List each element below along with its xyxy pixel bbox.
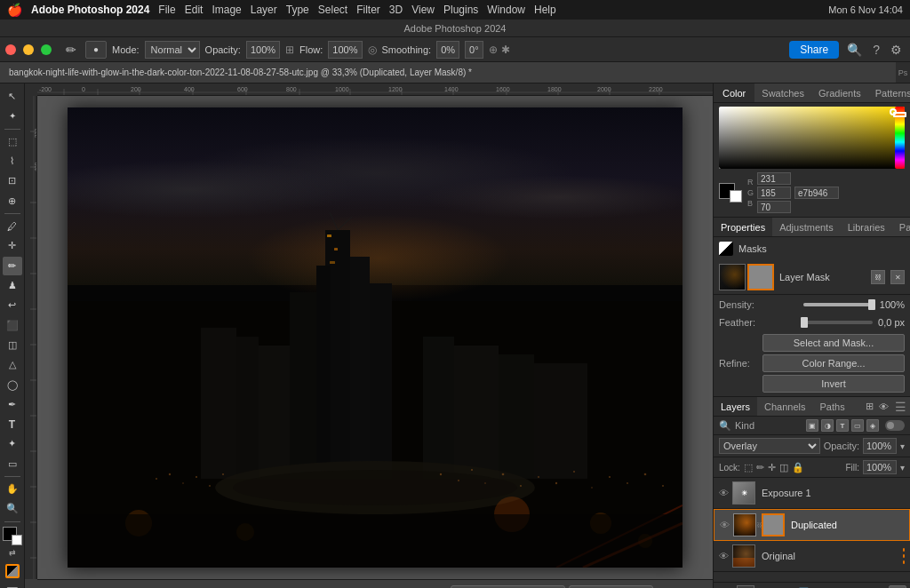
tab-layers[interactable]: Layers — [714, 397, 757, 416]
symmetry-icon[interactable]: ⊕ — [489, 44, 498, 56]
color-r-value[interactable]: 231 — [757, 172, 791, 185]
history-brush-tool[interactable]: ↩ — [3, 296, 22, 314]
color-hex-value[interactable]: e7b946 — [794, 187, 839, 199]
clone-tool[interactable]: ♟ — [3, 276, 22, 295]
filter-shape-icon[interactable]: ▭ — [851, 419, 864, 432]
lock-position-icon[interactable]: ✛ — [768, 462, 776, 473]
object-select-tool[interactable]: ⊡ — [3, 171, 22, 190]
smoothing-value[interactable]: 0% — [436, 41, 459, 59]
marquee-tool[interactable]: ⬚ — [3, 132, 22, 151]
background-swatch[interactable] — [730, 190, 742, 203]
menu-image[interactable]: Image — [212, 4, 241, 16]
brush-tool-icon[interactable]: ✏ — [62, 41, 80, 59]
layer-vis-eye-duplicated[interactable]: 👁 — [718, 520, 730, 530]
pen-tool[interactable]: ✒ — [3, 395, 22, 414]
eraser-tool[interactable]: ⬛ — [3, 315, 22, 334]
filter-pixel-icon[interactable]: ▣ — [806, 419, 818, 432]
help-icon[interactable]: ? — [873, 43, 880, 57]
menu-layer[interactable]: Layer — [251, 4, 277, 16]
lasso-tool[interactable]: ⌇ — [3, 152, 22, 171]
filter-smart-icon[interactable]: ◈ — [866, 419, 879, 432]
mask-mode-icon[interactable] — [719, 242, 733, 256]
tab-swatches[interactable]: Swatches — [754, 83, 811, 102]
tab-channels[interactable]: Channels — [757, 397, 812, 416]
density-slider[interactable] — [803, 303, 874, 306]
crop-tool[interactable]: ⊕ — [3, 192, 22, 211]
color-gradient-picker[interactable] — [719, 107, 905, 169]
opacity-value[interactable]: 100% — [246, 41, 280, 59]
layer-mask-link-icon[interactable]: ⛓ — [871, 270, 885, 284]
opacity-value-field[interactable]: 100% — [863, 438, 897, 454]
background-color[interactable] — [12, 535, 22, 545]
canvas[interactable] — [68, 107, 682, 568]
color-range-button[interactable]: Color Range... — [762, 354, 905, 372]
swap-colors-icon[interactable]: ⇄ — [6, 548, 19, 559]
layer-row-original[interactable]: 👁 Original — [714, 541, 910, 572]
menu-edit[interactable]: Edit — [185, 4, 204, 16]
menu-photoshop[interactable]: Adobe Photoshop 2024 — [31, 4, 149, 16]
brush-preset-icon[interactable]: ● — [85, 41, 107, 59]
layer-vis-eye-exposure[interactable]: 👁 — [717, 488, 730, 498]
airbrush-icon[interactable]: ◎ — [368, 44, 377, 56]
menu-select[interactable]: Select — [318, 4, 347, 16]
zoom-tool[interactable]: 🔍 — [3, 499, 22, 518]
lock-transparent-icon[interactable]: ⬚ — [744, 462, 753, 473]
heal-tool[interactable]: ✛ — [3, 236, 22, 255]
dodge-tool[interactable]: ◯ — [3, 375, 22, 393]
menu-view[interactable]: View — [411, 4, 435, 16]
lock-artboard-icon[interactable]: ◫ — [779, 462, 788, 473]
layer-row-duplicated[interactable]: 👁 ⛓ Duplicated — [714, 509, 910, 541]
menu-file[interactable]: File — [158, 4, 175, 16]
subtract-from-mask-button[interactable]: ✏ Subtract from mask — [451, 585, 565, 589]
color-spectrum-bar[interactable] — [895, 107, 905, 169]
pressure-icon2[interactable]: ✱ — [501, 44, 510, 56]
move-tool[interactable]: ↖ — [3, 87, 22, 106]
lock-all-icon[interactable]: 🔒 — [792, 462, 804, 473]
color-picker-handle[interactable] — [890, 108, 897, 115]
pressure-icon[interactable]: ⊞ — [285, 44, 294, 56]
artboard-tool[interactable]: ✦ — [3, 107, 22, 125]
canvas-area[interactable] — [37, 96, 713, 579]
fill-value-field[interactable]: 100% — [863, 460, 897, 474]
tab-gradients[interactable]: Gradients — [811, 83, 868, 102]
brush-tool[interactable]: ✏ — [3, 257, 22, 275]
hand-tool[interactable]: ✋ — [3, 480, 22, 498]
lock-pixels-icon[interactable]: ✏ — [756, 462, 764, 473]
tab-paths[interactable]: Paths — [813, 397, 852, 416]
feather-slider-handle[interactable] — [801, 317, 808, 328]
tab-adjustments[interactable]: Adjustments — [772, 218, 841, 236]
fill-dropdown-icon[interactable]: ▾ — [900, 463, 905, 473]
path-select-tool[interactable]: ✦ — [3, 434, 22, 453]
window-minimize[interactable] — [23, 44, 34, 55]
color-b-value[interactable]: 70 — [757, 201, 791, 213]
feather-slider[interactable] — [802, 321, 873, 324]
filter-adjust-icon[interactable]: ◑ — [821, 419, 834, 432]
menu-help[interactable]: Help — [534, 4, 556, 16]
tab-properties[interactable]: Properties — [714, 218, 772, 236]
menu-3d[interactable]: 3D — [389, 4, 403, 16]
gradient-tool[interactable]: ◫ — [3, 336, 22, 354]
density-slider-handle[interactable] — [868, 299, 875, 310]
tab-libraries[interactable]: Libraries — [841, 218, 892, 236]
menu-window[interactable]: Window — [487, 4, 525, 16]
quick-mask-icon[interactable] — [3, 561, 22, 580]
shape-tool[interactable]: ▭ — [3, 455, 22, 473]
tab-paragraph[interactable]: Paragraph — [892, 218, 910, 236]
mode-select[interactable]: Normal — [145, 41, 200, 59]
apple-menu[interactable]: 🍎 — [7, 3, 22, 17]
flow-value[interactable]: 100% — [328, 41, 362, 59]
window-maximize[interactable] — [41, 44, 52, 55]
select-and-mask-button[interactable]: Select and Mask... — [762, 334, 905, 352]
tab-color[interactable]: Color — [714, 83, 754, 102]
menu-filter[interactable]: Filter — [356, 4, 380, 16]
share-button[interactable]: Share — [789, 41, 839, 59]
angle-value[interactable]: 0° — [465, 41, 483, 59]
workspace-icon[interactable]: ⚙ — [890, 43, 902, 57]
tab-patterns[interactable]: Patterns — [868, 83, 910, 102]
filter-toggle[interactable] — [885, 420, 905, 431]
layer-mask-delete-icon[interactable]: ✕ — [890, 270, 905, 284]
screen-mode-icon[interactable]: ⬜ — [3, 584, 22, 588]
eyedropper-tool[interactable]: 🖊 — [3, 217, 22, 235]
layer-vis-icon[interactable]: 👁 — [876, 401, 891, 412]
layers-menu-icon[interactable]: ☰ — [891, 400, 910, 414]
